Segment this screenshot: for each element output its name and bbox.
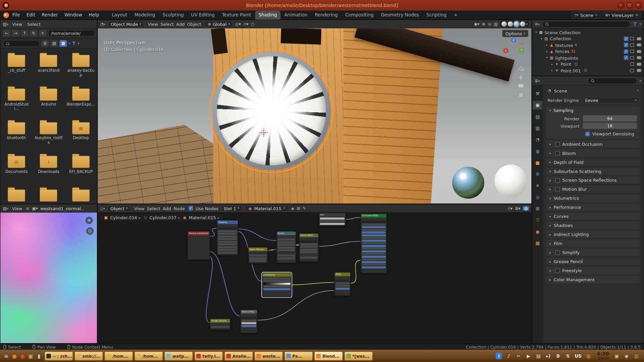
disable-render-icon[interactable] (637, 37, 641, 40)
options-chevron[interactable]: ▾ (640, 79, 641, 82)
maximize-button[interactable]: ▢ (626, 2, 633, 9)
display-options-chevron[interactable]: ▾ (68, 42, 70, 45)
expander-icon[interactable]: ▸ (550, 69, 554, 72)
workspace-tab[interactable]: Geometry Nodes (377, 10, 423, 19)
node-header[interactable]: Mix (319, 213, 345, 217)
node-header[interactable]: Normal Map (241, 310, 257, 313)
zoom-icon[interactable] (519, 67, 523, 71)
menu-item[interactable]: Help (86, 10, 102, 19)
folder-item[interactable]: AndroidStudi... (0, 86, 33, 119)
world-shader-toggle[interactable]: ◍ (523, 206, 529, 210)
options-button[interactable]: Options▾ (502, 30, 528, 37)
section-checkbox[interactable] (555, 178, 560, 182)
properties-section[interactable]: ▸ Depth of Field (546, 159, 640, 166)
expander-icon[interactable]: ▸ (550, 62, 554, 66)
overlay-grid-icon[interactable]: ⊞▾ (515, 206, 520, 210)
node-header[interactable]: Principled BSDF (361, 214, 386, 218)
hide-viewport-icon[interactable] (630, 50, 634, 53)
axis-z[interactable]: Z (511, 37, 516, 43)
properties-section[interactable]: ▸ Screen Space Reflections (546, 177, 640, 184)
section-checkbox[interactable] (555, 142, 560, 146)
tray-keyboard-layout[interactable]: US (575, 353, 582, 359)
workspace-tab[interactable]: Layout (108, 10, 131, 19)
expand-icon[interactable]: ▸ (549, 169, 551, 173)
shader-node-texture-coordinate[interactable]: Texture Coordinate (187, 231, 210, 260)
image-name[interactable]: westsand1_normal.. (40, 206, 84, 211)
menu-item[interactable]: Edit (23, 10, 39, 19)
workspace-tab[interactable]: Texture Paint (218, 10, 255, 19)
outliner-row[interactable]: ▸ fences 32 ✓ (532, 48, 644, 55)
snap-magnet-icon[interactable]: ∩▾ (243, 22, 248, 26)
taskbar-window-button[interactable]: Blend... (314, 351, 343, 361)
rendered-shading-button[interactable] (520, 21, 525, 27)
material-selector[interactable]: Material.015 × (245, 205, 289, 212)
wireframe-shading-button[interactable] (501, 21, 507, 27)
scene-selector[interactable]: ◔▾ Scene × (572, 11, 600, 18)
proportional-edit-icon[interactable]: ○ (251, 22, 255, 26)
menu-item[interactable]: Node (172, 206, 186, 211)
expander-icon[interactable]: ▾ (545, 56, 549, 60)
node-header[interactable]: Bump (277, 232, 296, 235)
taskbar-window-button[interactable]: Pa... (284, 351, 313, 361)
outliner-row[interactable]: ▾ Collection ✓ (532, 36, 644, 42)
exclude-checkbox[interactable]: ✓ (624, 43, 628, 47)
image-browse-icon[interactable]: ▣▾ (32, 206, 38, 210)
menu-item[interactable]: Object (186, 21, 202, 26)
tray-info-icon[interactable]: i (496, 353, 502, 359)
viewport-canvas[interactable]: User Perspective (1) Collection | Cylind… (98, 28, 531, 203)
close-icon[interactable]: × (595, 13, 598, 17)
properties-section[interactable]: ▸ Subsurface Scattering (546, 168, 640, 175)
breadcrumb-item[interactable]: Cylinder.016 ▸ (104, 215, 141, 220)
sampling-panel-header[interactable]: ▾Sampling (546, 107, 640, 114)
pin-icon[interactable]: ✎ (303, 206, 306, 210)
selectability-dropdown[interactable]: ◉▾ (474, 22, 480, 26)
editor-type-icon[interactable]: ◔▾ (100, 22, 106, 26)
workspace-tab[interactable]: Animation (281, 10, 311, 19)
menu-item[interactable]: View (147, 21, 159, 26)
folder-item[interactable]: busybox_rootfs (33, 119, 65, 153)
menu-item[interactable]: Add (175, 21, 186, 26)
launcher-terminal-icon[interactable]: ▮ (35, 351, 43, 360)
filter-chevron[interactable]: ▾ (640, 22, 641, 26)
editor-type-icon[interactable]: ▤▾ (3, 22, 8, 26)
hide-viewport-icon[interactable] (630, 56, 634, 59)
properties-section[interactable]: ▸ Shadows (546, 222, 640, 229)
shading-options-chevron[interactable]: ▾ (526, 22, 528, 26)
expander-icon[interactable]: ▾ (539, 37, 544, 41)
shader-node-image-texture[interactable]: Image Texture (210, 318, 230, 330)
properties-section[interactable]: ▸ Ambient Occlusion (546, 140, 640, 148)
tray-pager-icon[interactable]: ▥ (633, 353, 639, 359)
tray-power-icon[interactable]: ◉ (624, 353, 630, 359)
forward-button[interactable]: → (12, 30, 19, 37)
taskbar-window-button[interactable]: *[wes... (344, 351, 373, 361)
shader-node-math[interactable]: Math (334, 272, 351, 296)
expand-icon[interactable]: ▸ (549, 160, 551, 164)
refresh-button[interactable]: ↻ (30, 30, 37, 37)
hide-viewport-icon[interactable] (630, 62, 634, 66)
view-list-button[interactable]: ≣ (42, 40, 49, 47)
denoise-checkbox[interactable]: ✓ (585, 131, 590, 136)
workspace-tab[interactable]: Scripting (423, 10, 450, 19)
exclude-checkbox[interactable]: ✓ (624, 37, 628, 41)
expander-icon[interactable]: ▸ (545, 50, 549, 53)
normal-map-image[interactable] (0, 213, 97, 343)
tab-constraints[interactable]: ⊞ (533, 204, 542, 213)
shader-node-noise-texture[interactable]: Noise Texture (248, 247, 268, 263)
pin-icon[interactable]: ✎ (637, 89, 639, 93)
breadcrumb-item[interactable]: Material.015 ▸ (182, 215, 219, 220)
expand-icon[interactable]: ▸ (549, 142, 551, 146)
axis-x-neg[interactable] (520, 41, 524, 45)
disable-render-icon[interactable] (637, 56, 641, 59)
expand-icon[interactable]: ▸ (549, 205, 551, 209)
new-folder-button[interactable]: + (39, 30, 46, 37)
properties-section[interactable]: ▸ Performance (546, 203, 640, 211)
menu-item[interactable]: Select (159, 21, 175, 26)
tab-object[interactable]: ■ (533, 159, 542, 167)
file-search-input[interactable] (3, 40, 40, 47)
node-header[interactable]: ColorRamp (262, 273, 291, 277)
menu-item[interactable]: Window (61, 10, 86, 19)
tray-music-icon[interactable]: ♪ (506, 353, 512, 359)
tab-view-layer[interactable]: ▥ (533, 124, 542, 133)
workspace-tab[interactable]: Sculpting (159, 10, 187, 19)
expand-icon[interactable]: ▸ (549, 233, 551, 236)
